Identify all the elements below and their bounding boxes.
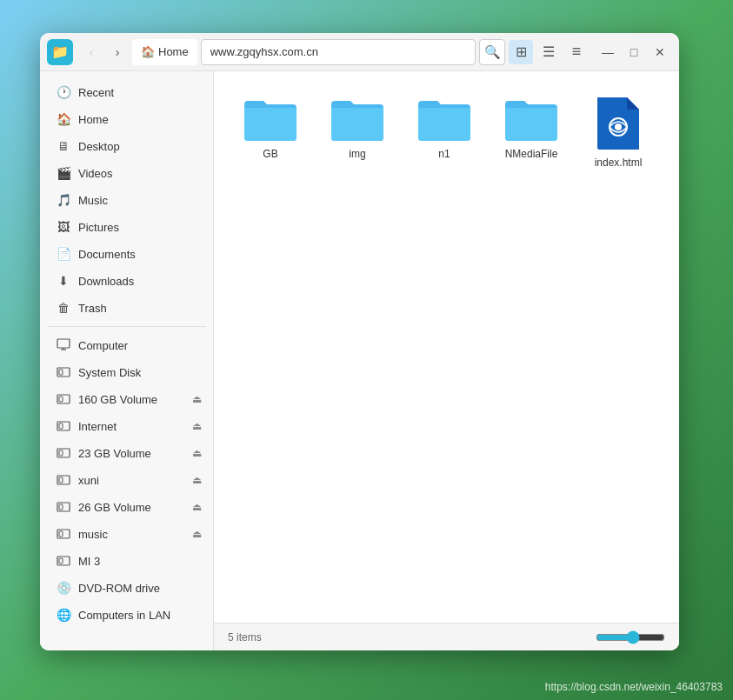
svg-rect-4 <box>59 370 63 375</box>
sidebar-item-26gb[interactable]: 26 GB Volume ⏏ <box>43 494 210 520</box>
sidebar-label-music-vol: music <box>78 528 108 541</box>
svg-point-20 <box>615 123 622 130</box>
sidebar-item-160gb[interactable]: 160 GB Volume ⏏ <box>43 386 210 412</box>
file-item-nmediafile[interactable]: NMediaFile <box>492 89 570 177</box>
sidebar-item-23gb[interactable]: 23 GB Volume ⏏ <box>43 440 210 466</box>
list-view-button[interactable]: ☰ <box>536 40 561 64</box>
folder-n1-icon <box>416 96 472 143</box>
menu-button[interactable]: ≡ <box>564 40 589 64</box>
computer-icon <box>56 337 71 353</box>
sidebar-item-music[interactable]: 🎵 Music <box>43 187 210 213</box>
forward-button[interactable]: › <box>106 41 129 63</box>
file-label-index-html: index.html <box>595 157 643 170</box>
folder-img-icon <box>330 96 385 143</box>
svg-rect-0 <box>57 339 70 348</box>
close-icon: ✕ <box>655 45 665 59</box>
sidebar-item-desktop[interactable]: 🖥 Desktop <box>43 133 210 159</box>
zoom-slider[interactable] <box>596 630 665 644</box>
eject-xuni-icon[interactable]: ⏏ <box>189 472 204 488</box>
file-label-gb: GB <box>263 148 277 162</box>
pictures-icon: 🖼 <box>56 219 71 235</box>
sidebar-item-home[interactable]: 🏠 Home <box>43 106 210 132</box>
sidebar-label-26gb: 26 GB Volume <box>78 501 151 514</box>
home-icon: 🏠 <box>141 45 155 58</box>
window-controls: — □ ✕ <box>596 40 672 64</box>
system-disk-icon <box>56 364 71 380</box>
videos-icon: 🎬 <box>56 165 71 181</box>
svg-rect-8 <box>59 423 63 429</box>
folder-gb-icon <box>243 96 298 143</box>
minimize-button[interactable]: — <box>596 40 620 64</box>
items-count: 5 items <box>228 631 262 643</box>
eject-23gb-icon[interactable]: ⏏ <box>189 445 204 461</box>
menu-icon: ≡ <box>572 43 582 61</box>
file-manager-window: 📁 ‹ › 🏠 Home 🔍 ⊞ ☰ ≡ — □ ✕ <box>40 33 679 650</box>
music-vol-icon <box>56 526 71 542</box>
home-sidebar-icon: 🏠 <box>56 111 71 127</box>
sidebar-item-trash[interactable]: 🗑 Trash <box>43 295 210 321</box>
svg-rect-12 <box>59 477 63 483</box>
search-icon: 🔍 <box>484 44 501 60</box>
sidebar-item-documents[interactable]: 📄 Documents <box>43 241 210 267</box>
sidebar-label-lan: Computers in LAN <box>78 609 170 622</box>
grid-view-button[interactable]: ⊞ <box>509 40 533 64</box>
svg-rect-14 <box>59 504 63 510</box>
sidebar-label-computer: Computer <box>78 339 128 352</box>
sidebar-item-internet[interactable]: Internet ⏏ <box>43 413 210 439</box>
eject-music-icon[interactable]: ⏏ <box>189 526 204 542</box>
sidebar-item-music-vol[interactable]: music ⏏ <box>43 521 210 547</box>
close-button[interactable]: ✕ <box>648 40 672 64</box>
grid-icon: ⊞ <box>516 43 527 60</box>
internet-icon <box>56 418 71 434</box>
svg-rect-6 <box>59 397 63 402</box>
sidebar-label-23gb: 23 GB Volume <box>78 447 151 460</box>
sidebar-item-dvd[interactable]: 💿 DVD-ROM drive <box>43 575 210 601</box>
eject-internet-icon[interactable]: ⏏ <box>189 418 204 434</box>
file-item-img[interactable]: img <box>318 89 396 177</box>
sidebar-label-downloads: Downloads <box>78 275 134 288</box>
sidebar-item-videos[interactable]: 🎬 Videos <box>43 160 210 186</box>
maximize-button[interactable]: □ <box>622 40 646 64</box>
maximize-icon: □ <box>630 45 637 59</box>
back-button[interactable]: ‹ <box>80 41 103 63</box>
sidebar-label-xuni: xuni <box>78 474 99 487</box>
minimize-icon: — <box>602 45 614 59</box>
eject-26gb-icon[interactable]: ⏏ <box>189 499 204 515</box>
app-logo: 📁 <box>47 39 73 65</box>
address-bar[interactable] <box>201 39 476 65</box>
file-item-n1[interactable]: n1 <box>405 89 483 177</box>
sidebar-item-system-disk[interactable]: System Disk <box>43 359 210 385</box>
file-item-gb[interactable]: GB <box>231 89 310 177</box>
trash-icon: 🗑 <box>56 300 71 316</box>
sidebar-item-mi3[interactable]: MI 3 <box>43 548 210 574</box>
sidebar-item-downloads[interactable]: ⬇ Downloads <box>43 268 210 294</box>
content-area: 🕐 Recent 🏠 Home 🖥 Desktop 🎬 Videos 🎵 Mus… <box>40 71 679 650</box>
eject-160gb-icon[interactable]: ⏏ <box>189 391 204 407</box>
sidebar-item-lan[interactable]: 🌐 Computers in LAN <box>43 602 210 628</box>
svg-rect-18 <box>59 558 63 563</box>
sidebar-label-internet: Internet <box>78 420 117 433</box>
status-bar: 5 items <box>214 623 679 650</box>
zoom-slider-container <box>596 630 665 644</box>
home-breadcrumb[interactable]: 🏠 Home <box>132 39 197 65</box>
sidebar-label-home: Home <box>78 113 109 126</box>
sidebar-label-videos: Videos <box>78 167 113 180</box>
file-label-n1: n1 <box>438 148 450 162</box>
file-item-index-html[interactable]: index.html <box>579 89 657 177</box>
search-button[interactable]: 🔍 <box>479 39 505 65</box>
sidebar-label-desktop: Desktop <box>78 140 120 153</box>
mi3-icon <box>56 553 71 569</box>
downloads-icon: ⬇ <box>56 273 71 289</box>
xuni-icon <box>56 472 71 488</box>
home-label: Home <box>158 45 189 58</box>
sidebar-item-pictures[interactable]: 🖼 Pictures <box>43 214 210 240</box>
sidebar-item-computer[interactable]: Computer <box>43 332 210 358</box>
dvd-icon: 💿 <box>56 580 71 596</box>
sidebar-item-xuni[interactable]: xuni ⏏ <box>43 467 210 493</box>
recent-icon: 🕐 <box>56 84 71 100</box>
sidebar-item-recent[interactable]: 🕐 Recent <box>43 79 210 105</box>
sidebar-label-music: Music <box>78 194 108 207</box>
160gb-icon <box>56 391 71 407</box>
file-area: GB img <box>214 71 679 650</box>
file-label-nmediafile: NMediaFile <box>505 148 558 162</box>
